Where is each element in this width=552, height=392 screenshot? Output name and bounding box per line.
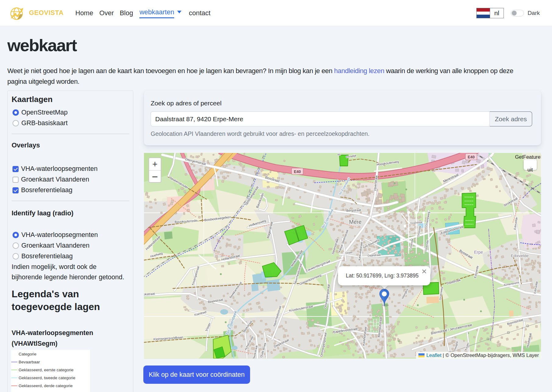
svg-text:Edixvelde: Edixvelde — [511, 253, 529, 258]
svg-text:Bergstraat: Bergstraat — [346, 208, 361, 213]
svg-text:E40: E40 — [294, 169, 301, 174]
svg-text:Mere: Mere — [349, 219, 361, 225]
svg-text:Erpe: Erpe — [474, 250, 483, 255]
svg-text:es: es — [337, 153, 341, 156]
svg-text:E40: E40 — [468, 155, 475, 159]
